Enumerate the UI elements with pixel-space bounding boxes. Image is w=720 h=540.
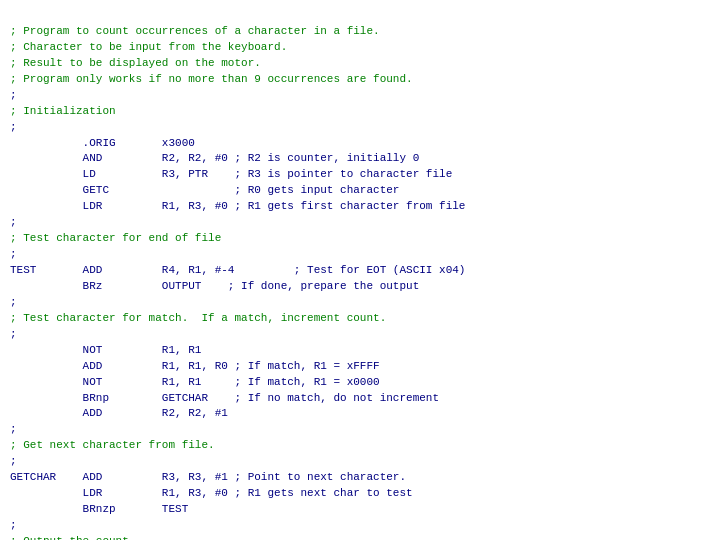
code-line-6: ; [10, 120, 710, 136]
code-line-10: GETC ; R0 gets input character [10, 183, 710, 199]
code-line-16: BRz OUTPUT ; If done, prepare the output [10, 279, 710, 295]
code-line-31: ; [10, 518, 710, 534]
code-line-18: ; Test character for match. If a match, … [10, 311, 710, 327]
code-line-29: LDR R1, R3, #0 ; R1 gets next char to te… [10, 486, 710, 502]
code-line-28: GETCHAR ADD R3, R3, #1 ; Point to next c… [10, 470, 710, 486]
code-line-7: .ORIG x3000 [10, 136, 710, 152]
code-line-25: ; [10, 422, 710, 438]
code-line-2: ; Result to be displayed on the motor. [10, 56, 710, 72]
code-line-21: ADD R1, R1, R0 ; If match, R1 = xFFFF [10, 359, 710, 375]
code-editor: ; Program to count occurrences of a char… [10, 8, 710, 540]
code-line-5: ; Initialization [10, 104, 710, 120]
code-line-32: ; Output the count. [10, 534, 710, 540]
code-line-27: ; [10, 454, 710, 470]
code-line-19: ; [10, 327, 710, 343]
code-line-23: BRnp GETCHAR ; If no match, do not incre… [10, 391, 710, 407]
code-line-1: ; Character to be input from the keyboar… [10, 40, 710, 56]
code-line-30: BRnzp TEST [10, 502, 710, 518]
code-line-24: ADD R2, R2, #1 [10, 406, 710, 422]
code-line-8: AND R2, R2, #0 ; R2 is counter, initiall… [10, 151, 710, 167]
code-line-20: NOT R1, R1 [10, 343, 710, 359]
code-line-11: LDR R1, R3, #0 ; R1 gets first character… [10, 199, 710, 215]
code-line-15: TEST ADD R4, R1, #-4 ; Test for EOT (ASC… [10, 263, 710, 279]
code-line-14: ; [10, 247, 710, 263]
code-line-0: ; Program to count occurrences of a char… [10, 24, 710, 40]
code-line-17: ; [10, 295, 710, 311]
code-line-3: ; Program only works if no more than 9 o… [10, 72, 710, 88]
code-line-22: NOT R1, R1 ; If match, R1 = x0000 [10, 375, 710, 391]
code-line-4: ; [10, 88, 710, 104]
code-line-26: ; Get next character from file. [10, 438, 710, 454]
code-line-13: ; Test character for end of file [10, 231, 710, 247]
code-line-9: LD R3, PTR ; R3 is pointer to character … [10, 167, 710, 183]
code-line-12: ; [10, 215, 710, 231]
